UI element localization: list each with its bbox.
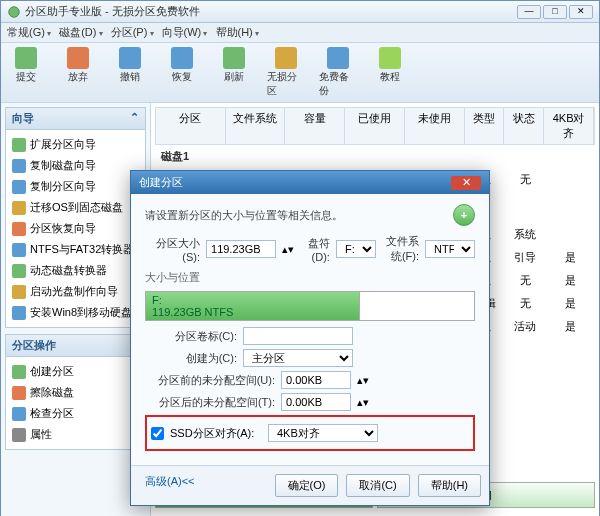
tool-commit[interactable]: 提交 [7, 47, 45, 98]
min-button[interactable]: — [517, 5, 541, 19]
wizard-dynamic[interactable]: 动态磁盘转换器 [8, 260, 143, 281]
menu-general[interactable]: 常规(G) [7, 25, 51, 40]
tool-undo[interactable]: 撤销 [111, 47, 149, 98]
ssd-align-highlight: SSD分区对齐(A): 4KB对齐 [145, 415, 475, 451]
drive-label: 盘符(D): [300, 236, 330, 263]
menubar: 常规(G) 磁盘(D) 分区(P) 向导(W) 帮助(H) [1, 23, 599, 43]
drive-select[interactable]: F: [336, 240, 376, 258]
size-spinner[interactable]: ▴▾ [282, 243, 294, 256]
ops-panel-header[interactable]: 分区操作⌃ [5, 334, 146, 357]
wizard-copy-part[interactable]: 复制分区向导 [8, 176, 143, 197]
after-free-input[interactable] [281, 393, 351, 411]
ssd-align-select[interactable]: 4KB对齐 [268, 424, 378, 442]
tool-lossless[interactable]: 无损分区 [267, 47, 305, 98]
fs-select[interactable]: NTFS [425, 240, 475, 258]
collapse-icon: ⌃ [130, 111, 139, 126]
wizard-win8[interactable]: 安装Win8到移动硬盘 [8, 302, 143, 323]
titlebar: 分区助手专业版 - 无损分区免费软件 — □ ✕ [1, 1, 599, 23]
tool-tutorial[interactable]: 教程 [371, 47, 409, 98]
wizard-recovery[interactable]: 分区恢复向导 [8, 218, 143, 239]
op-create[interactable]: 创建分区 [8, 361, 143, 382]
ops-panel: 创建分区 擦除磁盘 检查分区 属性 [5, 357, 146, 450]
wizard-migrate-os[interactable]: 迁移OS到固态磁盘 [8, 197, 143, 218]
menu-help[interactable]: 帮助(H) [216, 25, 260, 40]
disk1-group: 磁盘1 [155, 145, 595, 168]
menu-disk[interactable]: 磁盘(D) [59, 25, 103, 40]
create-as-select[interactable]: 主分区 [243, 349, 353, 367]
tool-backup[interactable]: 免费备份 [319, 47, 357, 98]
close-button[interactable]: ✕ [569, 5, 593, 19]
wizard-panel-header[interactable]: 向导⌃ [5, 107, 146, 130]
help-button[interactable]: 帮助(H) [418, 474, 481, 497]
wizard-ntfs-fat32[interactable]: NTFS与FAT32转换器 [8, 239, 143, 260]
spinner-icon[interactable]: ▴▾ [357, 396, 369, 409]
dialog-close-button[interactable]: ✕ [451, 176, 481, 190]
before-free-input[interactable] [281, 371, 351, 389]
toolbar: 提交 放弃 撤销 恢复 刷新 无损分区 免费备份 教程 [1, 43, 599, 103]
tool-refresh[interactable]: 刷新 [215, 47, 253, 98]
op-check[interactable]: 检查分区 [8, 403, 143, 424]
spinner-icon[interactable]: ▴▾ [357, 374, 369, 387]
max-button[interactable]: □ [543, 5, 567, 19]
cancel-button[interactable]: 取消(C) [346, 474, 409, 497]
advanced-toggle[interactable]: 高级(A)<< [139, 474, 195, 497]
label-input[interactable] [243, 327, 353, 345]
size-input[interactable] [206, 240, 276, 258]
wizard-panel: 扩展分区向导 复制磁盘向导 复制分区向导 迁移OS到固态磁盘 分区恢复向导 NT… [5, 130, 146, 328]
dialog-titlebar[interactable]: 创建分区 ✕ [131, 171, 489, 194]
svg-point-0 [9, 6, 20, 17]
app-icon [7, 5, 21, 19]
section-header: 大小与位置 [145, 270, 475, 285]
wizard-copy-disk[interactable]: 复制磁盘向导 [8, 155, 143, 176]
sidebar: 向导⌃ 扩展分区向导 复制磁盘向导 复制分区向导 迁移OS到固态磁盘 分区恢复向… [1, 103, 151, 516]
create-partition-dialog: 创建分区 ✕ 请设置新分区的大小与位置等相关信息。 + 分区大小(S): ▴▾ … [130, 170, 490, 506]
menu-wizard[interactable]: 向导(W) [162, 25, 208, 40]
add-icon: + [453, 204, 475, 226]
ssd-align-checkbox[interactable] [151, 427, 164, 440]
size-slider[interactable]: F: 119.23GB NTFS [145, 291, 475, 321]
window-title: 分区助手专业版 - 无损分区免费软件 [25, 4, 517, 19]
op-wipe[interactable]: 擦除磁盘 [8, 382, 143, 403]
grid-header: 分区文件系统 容量已使用 未使用类型 状态4KB对齐 [155, 107, 595, 145]
menu-partition[interactable]: 分区(P) [111, 25, 154, 40]
op-props[interactable]: 属性 [8, 424, 143, 445]
wizard-extend[interactable]: 扩展分区向导 [8, 134, 143, 155]
tool-redo[interactable]: 恢复 [163, 47, 201, 98]
ok-button[interactable]: 确定(O) [275, 474, 339, 497]
fs-label: 文件系统(F): [382, 234, 419, 264]
wizard-bootcd[interactable]: 启动光盘制作向导 [8, 281, 143, 302]
tool-discard[interactable]: 放弃 [59, 47, 97, 98]
size-label: 分区大小(S): [145, 236, 200, 263]
dialog-message: 请设置新分区的大小与位置等相关信息。 [145, 208, 343, 223]
